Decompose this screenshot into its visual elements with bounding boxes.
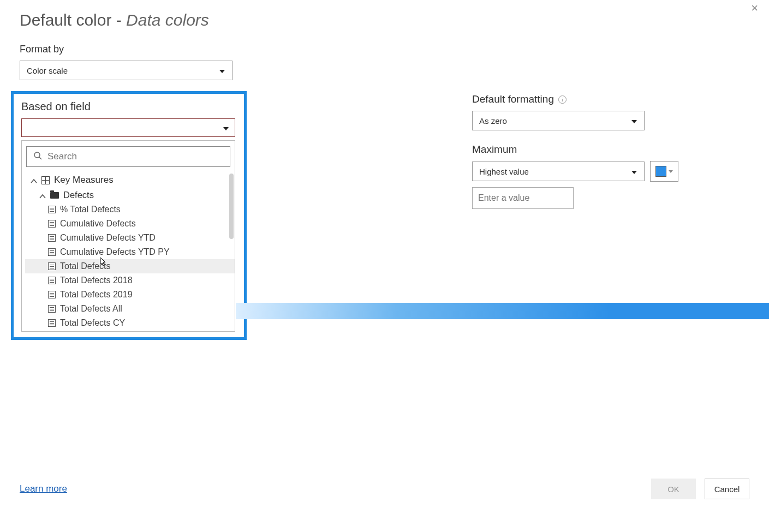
tree-item[interactable]: Total Defects CY [25,316,235,330]
tree-item[interactable]: Cumulative Defects YTD [25,231,235,245]
tree-item[interactable]: Cumulative Defects YTD PY [25,245,235,259]
maximum-value-input[interactable] [472,187,574,209]
format-by-label: Format by [20,44,749,55]
svg-line-1 [39,157,41,159]
measure-icon [48,277,56,284]
tree-item-label: Cumulative Defects YTD [60,233,156,243]
maximum-select[interactable]: Highest value [472,162,645,181]
tree-group-label: Key Measures [54,175,114,186]
search-input[interactable] [47,151,223,162]
default-formatting-label: Default formatting i [472,93,678,105]
title-italic: Data colors [126,11,209,29]
tree-item-label: Cumulative Defects YTD PY [60,247,170,257]
dialog-title: Default color - Data colors [20,11,749,29]
tree-item[interactable]: Total Defects 2018 [25,273,235,288]
search-input-wrap[interactable] [26,146,230,167]
learn-more-link[interactable]: Learn more [20,483,67,494]
gradient-preview-bar [236,303,769,319]
tree-folder-defects[interactable]: Defects [25,188,235,202]
measure-icon [48,262,56,270]
tree-group-key-measures[interactable]: Key Measures [25,172,235,188]
tree-item[interactable]: % Total Defects [25,202,235,217]
scrollbar[interactable] [229,174,234,239]
tree-item-label: Total Defects CY [60,318,125,328]
based-on-field-select[interactable] [21,118,235,137]
format-by-select[interactable]: Color scale [20,61,233,80]
field-tree: Key Measures Defects % Total Defects [22,171,235,331]
maximum-label: Maximum [472,144,678,156]
based-on-field-label: Based on field [21,100,235,113]
maximum-color-picker[interactable] [650,161,678,182]
default-formatting-select[interactable]: As zero [472,111,645,130]
cancel-button[interactable]: Cancel [705,479,749,499]
tree-item[interactable]: Total Defects 2019 [25,288,235,302]
maximum-value: Highest value [479,167,529,176]
chevron-down-icon [223,124,229,131]
measure-icon [48,206,56,213]
tree-folder-label: Defects [63,190,94,200]
title-prefix: Default color - [20,11,126,29]
format-by-value: Color scale [27,66,68,75]
tree-item-label: Cumulative Defects [60,219,136,229]
measure-icon [48,220,56,228]
measure-icon [48,234,56,242]
tree-item-label: Total Defects All [60,304,122,314]
chevron-down-icon [631,117,637,124]
chevron-down-icon [219,67,225,74]
tree-item-hovered[interactable]: Total Defects [25,259,235,273]
maximum-section: Maximum Highest value [472,144,678,209]
measure-icon [48,319,56,327]
tree-item-label: Total Defects 2019 [60,290,133,300]
field-dropdown-panel: Key Measures Defects % Total Defects [21,140,235,332]
format-by-section: Format by Color scale [20,44,749,80]
chevron-up-icon [39,192,46,199]
tree-item[interactable]: Total Defects All [25,302,235,316]
cursor-icon [98,256,108,268]
default-formatting-section: Default formatting i As zero [472,93,678,130]
tree-item-label: % Total Defects [60,205,121,214]
measure-icon [48,305,56,313]
default-formatting-value: As zero [479,116,507,125]
table-icon [41,176,50,184]
chevron-down-icon [669,170,673,173]
chevron-down-icon [631,168,637,175]
ok-button[interactable]: OK [651,479,696,499]
svg-point-0 [34,152,40,158]
info-icon[interactable]: i [558,95,567,104]
tree-item[interactable]: Cumulative Defects [25,217,235,231]
measure-icon [48,291,56,298]
measure-icon [48,248,56,256]
tree-item-label: Total Defects 2018 [60,276,133,285]
folder-icon [50,192,59,199]
close-icon[interactable]: × [751,2,758,14]
color-swatch-icon [655,166,666,177]
search-icon [33,151,42,162]
based-on-field-section: Based on field [11,91,247,340]
chevron-up-icon [31,177,37,183]
default-formatting-label-text: Default formatting [472,93,554,105]
